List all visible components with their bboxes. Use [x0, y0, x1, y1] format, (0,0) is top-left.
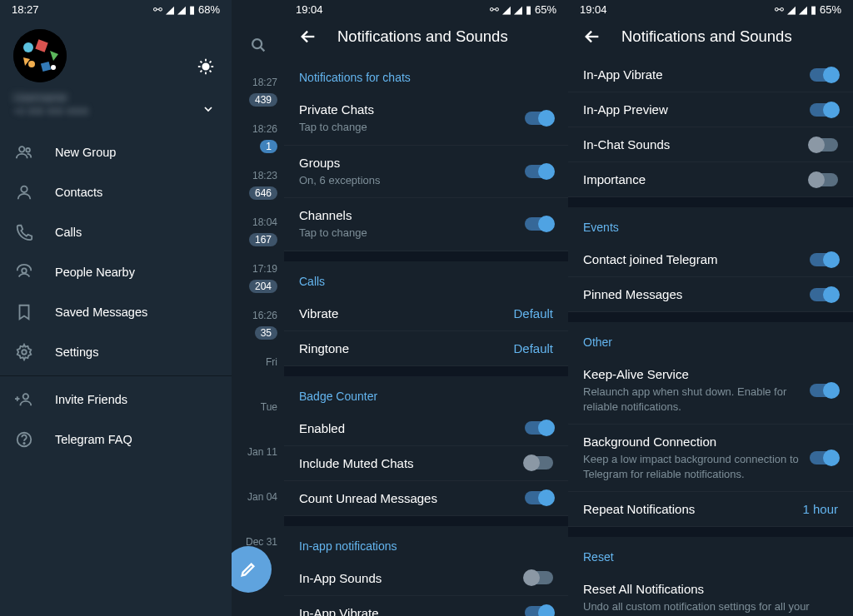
toggle-switch[interactable]: [810, 288, 838, 301]
row-title: In-App Sounds: [299, 571, 515, 585]
chat-time: 18:26: [232, 123, 277, 135]
compose-fab[interactable]: [232, 546, 272, 593]
signal-icon: ◢: [177, 3, 186, 16]
status-bar: 18:27 ⚯ ◢ ◢ ▮ 68%: [0, 0, 232, 17]
svg-line-28: [260, 47, 264, 52]
settings-row[interactable]: Repeat Notifications 1 hour: [568, 492, 853, 527]
row-value: 1 hour: [802, 502, 838, 516]
chat-time: Fri: [232, 356, 277, 368]
battery-icon: ▮: [526, 3, 531, 16]
drawer-header[interactable]: Username +0 000 000 0000: [0, 17, 232, 127]
chevron-down-icon[interactable]: [202, 102, 215, 116]
settings-row[interactable]: Private Chats Tap to change: [284, 92, 568, 146]
unread-badge: 35: [255, 326, 277, 340]
toggle-switch[interactable]: [810, 103, 838, 117]
row-title: Keep-Alive Service: [583, 367, 800, 381]
settings-row[interactable]: Pinned Messages: [568, 277, 853, 312]
chat-row[interactable]: Tue: [232, 393, 284, 438]
menu-invite[interactable]: Invite Friends: [0, 380, 232, 420]
section-header: Badge Counter: [284, 376, 568, 411]
settings-row[interactable]: In-App Vibrate: [284, 596, 568, 616]
row-title: Private Chats: [299, 102, 515, 117]
toggle-switch[interactable]: [810, 384, 838, 397]
menu-label: Invite Friends: [55, 393, 127, 406]
section-gap: [284, 516, 568, 526]
avatar[interactable]: [13, 29, 67, 82]
toggle-switch[interactable]: [525, 571, 553, 584]
menu-faq[interactable]: Telegram FAQ: [0, 420, 232, 460]
settings-row[interactable]: Contact joined Telegram: [568, 242, 853, 277]
menu-contacts[interactable]: Contacts: [0, 172, 232, 212]
toggle-switch[interactable]: [525, 165, 553, 178]
toggle-switch[interactable]: [525, 491, 553, 504]
row-title: Background Connection: [583, 435, 800, 449]
settings-row[interactable]: In-App Preview: [568, 92, 853, 127]
menu-new-group[interactable]: New Group: [0, 132, 232, 172]
menu-saved[interactable]: Saved Messages: [0, 292, 232, 332]
section-gap: [284, 251, 568, 261]
svg-point-1: [23, 42, 33, 52]
toggle-switch[interactable]: [525, 217, 553, 231]
nearby-icon: [15, 263, 33, 281]
section-header: In-app notifications: [284, 526, 568, 561]
menu-people-nearby[interactable]: People Nearby: [0, 252, 232, 292]
row-title: Enabled: [299, 421, 515, 435]
wifi-icon: ◢: [166, 3, 174, 16]
menu-label: Calls: [55, 226, 82, 239]
settings-row[interactable]: Channels Tap to change: [284, 198, 568, 251]
toggle-switch[interactable]: [810, 68, 838, 82]
back-icon[interactable]: [299, 27, 317, 46]
svg-point-21: [22, 350, 27, 355]
section-gap: [568, 197, 853, 207]
battery-pct: 65%: [535, 3, 556, 16]
chat-row[interactable]: 17:19204: [232, 255, 284, 301]
row-subtitle: Tap to change: [299, 120, 515, 135]
drawer-panel: 18:27 ⚯ ◢ ◢ ▮ 68% Username +0 000 000 00…: [0, 0, 284, 616]
app-bar: Notifications and Sounds: [568, 17, 853, 57]
toggle-switch[interactable]: [810, 173, 838, 186]
chat-row[interactable]: Fri: [232, 348, 284, 393]
menu-settings[interactable]: Settings: [0, 332, 232, 372]
toggle-switch[interactable]: [810, 253, 838, 266]
toggle-switch[interactable]: [525, 606, 553, 616]
search-icon[interactable]: [232, 22, 284, 68]
chat-time: 18:04: [232, 216, 277, 228]
settings-row[interactable]: Count Unread Messages: [284, 481, 568, 516]
row-subtitle: Undo all custom notification settings fo…: [583, 599, 838, 616]
settings-row[interactable]: Reset All Notifications Undo all custom …: [568, 572, 853, 616]
toggle-switch[interactable]: [525, 421, 553, 435]
chat-row[interactable]: 18:23646: [232, 161, 284, 208]
toggle-switch[interactable]: [525, 112, 553, 125]
chat-row[interactable]: 18:27439: [232, 68, 284, 115]
back-icon[interactable]: [583, 27, 601, 46]
toggle-switch[interactable]: [810, 451, 838, 464]
chat-row[interactable]: Jan 11: [232, 438, 284, 483]
theme-toggle-icon[interactable]: [197, 57, 215, 76]
settings-row[interactable]: Background Connection Keep a low impact …: [568, 425, 853, 492]
settings-row[interactable]: Importance: [568, 162, 853, 197]
settings-row[interactable]: Vibrate Default: [284, 296, 568, 331]
chat-row[interactable]: Jan 04: [232, 483, 284, 528]
menu-calls[interactable]: Calls: [0, 212, 232, 252]
phone: +0 000 000 0000: [13, 106, 218, 117]
toggle-switch[interactable]: [525, 456, 553, 469]
settings-row[interactable]: In-App Vibrate: [568, 57, 853, 92]
section-gap: [568, 312, 853, 322]
drawer-menu: New Group Contacts Calls People Nearby S…: [0, 127, 232, 460]
row-value: Default: [513, 306, 553, 320]
chat-row[interactable]: 18:261: [232, 115, 284, 161]
chat-row[interactable]: 18:04167: [232, 208, 284, 255]
settings-row[interactable]: In-App Sounds: [284, 561, 568, 596]
chat-row[interactable]: 16:2635: [232, 301, 284, 348]
settings-row[interactable]: Ringtone Default: [284, 331, 568, 366]
settings-row[interactable]: Include Muted Chats: [284, 446, 568, 481]
group-icon: [15, 143, 33, 161]
vpn-icon: ⚯: [775, 3, 784, 16]
settings-row[interactable]: Enabled: [284, 411, 568, 446]
settings-row[interactable]: Groups On, 6 exceptions: [284, 146, 568, 199]
settings-row[interactable]: In-Chat Sounds: [568, 127, 853, 162]
app-bar: Notifications and Sounds: [284, 17, 568, 57]
toggle-switch[interactable]: [810, 138, 838, 152]
settings-row[interactable]: Keep-Alive Service Relaunch app when shu…: [568, 357, 853, 425]
svg-point-7: [51, 65, 56, 70]
